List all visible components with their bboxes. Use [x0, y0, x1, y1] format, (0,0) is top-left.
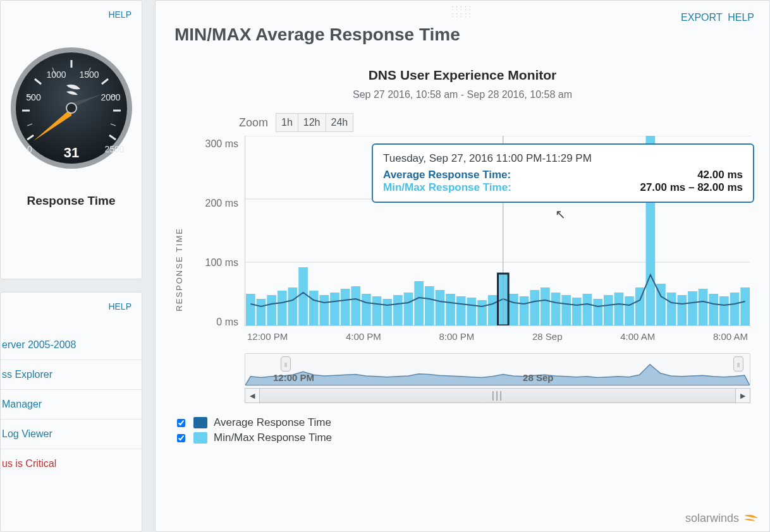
- gauge-help-link[interactable]: HELP: [108, 9, 131, 20]
- svg-rect-45: [488, 295, 498, 325]
- tooltip-avg-label: Average Response Time:: [383, 169, 511, 181]
- svg-rect-38: [414, 281, 424, 325]
- svg-rect-65: [699, 289, 708, 325]
- link-list-panel: HELP erver 2005-2008ss ExplorerManagerLo…: [0, 292, 142, 532]
- x-axis-tick: 28 Sep: [532, 331, 563, 342]
- gauge-tick: 1000: [46, 70, 66, 80]
- navigator-tick: 12:00 PM: [273, 372, 314, 383]
- legend-checkbox-avg[interactable]: [177, 419, 185, 427]
- svg-rect-40: [436, 290, 445, 325]
- x-axis-tick: 12:00 PM: [247, 331, 288, 342]
- x-axis-tick: 8:00 PM: [439, 331, 474, 342]
- zoom-controls: Zoom 1h12h24h: [239, 113, 750, 132]
- y-axis-title: RESPONSE TIME: [174, 227, 184, 311]
- solarwinds-wing-icon: [743, 513, 758, 524]
- gauge-value: 31: [63, 145, 78, 160]
- y-axis-tick: 300 ms: [205, 138, 238, 150]
- gauge-caption: Response Time: [27, 194, 115, 208]
- svg-rect-54: [583, 294, 592, 325]
- export-link[interactable]: EXPORT: [681, 12, 722, 23]
- y-axis-tick: 0 ms: [216, 317, 238, 328]
- svg-rect-49: [530, 290, 539, 325]
- zoom-button-12h[interactable]: 12h: [298, 113, 326, 132]
- svg-rect-29: [320, 295, 329, 325]
- scroll-track[interactable]: |||: [260, 388, 735, 403]
- svg-rect-25: [278, 291, 287, 325]
- drag-handle-icon[interactable]: ::::::::::: [452, 4, 474, 18]
- svg-rect-28: [309, 291, 319, 325]
- svg-rect-22: [246, 294, 255, 325]
- svg-rect-51: [551, 293, 561, 325]
- gauge-tick: 0: [27, 144, 32, 154]
- svg-rect-33: [362, 294, 371, 325]
- svg-rect-67: [719, 296, 729, 325]
- chart-plot-area[interactable]: Tuesday, Sep 27, 2016 11:00 PM-11:29 PM …: [245, 136, 750, 326]
- svg-rect-27: [298, 267, 308, 325]
- sidebar-link-item[interactable]: ss Explorer: [1, 360, 142, 389]
- svg-rect-53: [572, 298, 582, 325]
- svg-rect-24: [267, 295, 276, 325]
- x-axis-tick: 8:00 AM: [713, 331, 748, 342]
- sidebar-link-item[interactable]: erver 2005-2008: [1, 330, 142, 360]
- tooltip-minmax-label: Min/Max Response Time:: [383, 181, 511, 194]
- x-axis-tick: 4:00 PM: [346, 331, 381, 342]
- svg-rect-37: [404, 293, 413, 325]
- svg-rect-56: [604, 295, 613, 325]
- legend-swatch-minmax: [193, 432, 207, 444]
- scroll-thumb-icon[interactable]: |||: [492, 390, 503, 401]
- legend-toggle-minmax[interactable]: Min/Max Response Time: [174, 432, 750, 444]
- legend-checkbox-minmax[interactable]: [177, 434, 185, 442]
- svg-rect-43: [467, 298, 477, 325]
- svg-rect-52: [561, 295, 571, 325]
- svg-rect-39: [425, 286, 434, 325]
- tooltip-minmax-value: 27.00 ms – 82.00 ms: [640, 181, 743, 194]
- svg-rect-58: [625, 296, 634, 325]
- legend-toggle-avg[interactable]: Average Response Time: [174, 416, 750, 429]
- gauge-tick: 2000: [101, 92, 120, 102]
- svg-point-17: [66, 103, 76, 113]
- svg-rect-41: [446, 294, 455, 325]
- svg-rect-69: [740, 287, 750, 325]
- svg-rect-32: [351, 286, 360, 325]
- y-axis-tick: 100 ms: [205, 257, 238, 269]
- sidebar-link-item[interactable]: Manager: [1, 389, 142, 419]
- gauge-tick: 1500: [79, 70, 99, 80]
- svg-rect-63: [677, 295, 687, 325]
- y-axis-tick: 200 ms: [205, 198, 238, 209]
- response-time-gauge: 0 500 1000 1500 2000 2500: [8, 45, 135, 171]
- svg-rect-48: [520, 296, 529, 325]
- gauge-panel: HELP: [0, 0, 142, 279]
- svg-rect-35: [382, 299, 392, 325]
- svg-rect-66: [709, 294, 718, 325]
- scroll-left-button[interactable]: ◀: [245, 388, 260, 403]
- sidebar-link-item[interactable]: us is Critical: [1, 449, 142, 478]
- gauge-tick: 500: [26, 92, 41, 102]
- navigator-chart[interactable]: 12:00 PM 28 Sep || ||: [245, 353, 750, 386]
- sidebar-link-item[interactable]: Log Viewer: [1, 419, 142, 449]
- zoom-button-24h[interactable]: 24h: [326, 113, 354, 132]
- scroll-right-button[interactable]: ▶: [735, 388, 750, 403]
- zoom-button-1h[interactable]: 1h: [276, 113, 298, 132]
- svg-rect-36: [393, 295, 403, 325]
- navigator-handle-left[interactable]: ||: [281, 356, 291, 372]
- legend-swatch-avg: [193, 417, 207, 428]
- legend-label-minmax: Min/Max Response Time: [214, 432, 332, 444]
- svg-rect-68: [730, 293, 740, 325]
- chart-date-range: Sep 27 2016, 10:58 am - Sep 28 2016, 10:…: [174, 89, 750, 100]
- main-chart-panel: :::::::::: EXPORT HELP MIN/MAX Average R…: [155, 0, 770, 532]
- chart-tooltip: Tuesday, Sep 27, 2016 11:00 PM-11:29 PM …: [372, 143, 754, 203]
- svg-rect-47: [509, 294, 518, 325]
- navigator-tick: 28 Sep: [523, 372, 553, 383]
- svg-rect-64: [688, 291, 697, 325]
- brand-logo: solarwinds: [685, 512, 758, 525]
- svg-rect-42: [456, 296, 466, 325]
- svg-rect-50: [541, 287, 550, 325]
- help-link[interactable]: HELP: [728, 12, 754, 23]
- zoom-label: Zoom: [239, 116, 268, 130]
- navigator-handle-right[interactable]: ||: [733, 356, 743, 372]
- navigator-scrollbar[interactable]: ◀ ||| ▶: [245, 389, 750, 402]
- svg-rect-62: [667, 293, 676, 325]
- svg-rect-30: [330, 293, 339, 325]
- list-help-link[interactable]: HELP: [108, 301, 131, 311]
- x-axis-tick: 4:00 AM: [620, 331, 655, 342]
